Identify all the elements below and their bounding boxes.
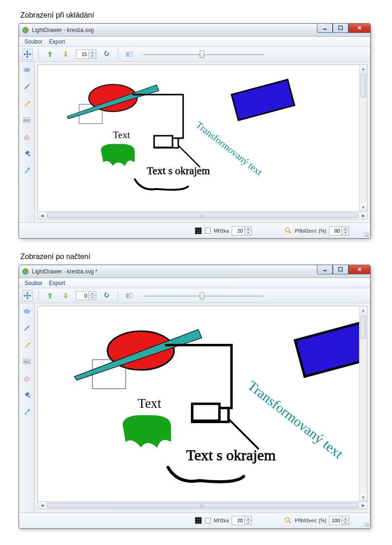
canvas[interactable]: Text Text s okrajem Transformovaný text … xyxy=(38,64,367,212)
canvas-text-border: Text s okrajem xyxy=(186,447,276,463)
zoom-spinner[interactable]: ▲▼ xyxy=(329,226,349,235)
flip-icon[interactable] xyxy=(124,49,135,60)
layer-spinner-input[interactable] xyxy=(76,292,89,300)
eraser-icon[interactable] xyxy=(21,373,32,384)
svg-rect-19 xyxy=(126,293,129,298)
toolbar: ⇧ ⇩ ▲▼ xyxy=(19,47,370,62)
grid-label: Mřížka xyxy=(214,518,229,523)
resize-grip[interactable] xyxy=(363,231,369,237)
zoom-spinner[interactable]: ▲▼ xyxy=(329,516,349,525)
svg-rect-4 xyxy=(130,52,133,57)
svg-rect-14 xyxy=(232,80,295,120)
arrow-down-icon[interactable]: ⇩ xyxy=(60,49,71,60)
titlebar[interactable]: LightDrawer - kresba.svg xyxy=(19,24,370,37)
pencil-icon[interactable] xyxy=(21,98,32,109)
close-button[interactable] xyxy=(348,23,371,33)
svg-point-0 xyxy=(23,27,28,33)
titlebar[interactable]: LightDrawer - kresba.svg * xyxy=(19,265,370,278)
grid-icon xyxy=(195,517,202,524)
magnifier-icon xyxy=(285,227,292,234)
layer-spinner[interactable]: ▲▼ xyxy=(76,50,96,59)
close-button[interactable] xyxy=(348,265,371,274)
window-title: LightDrawer - kresba.svg * xyxy=(32,268,97,275)
canvas[interactable]: Text Text s okrajem Transformovaný text … xyxy=(38,306,367,502)
window-title: LightDrawer - kresba.svg xyxy=(32,27,94,33)
svg-rect-30 xyxy=(295,318,367,376)
line-icon[interactable] xyxy=(21,323,32,334)
svg-point-16 xyxy=(23,269,28,274)
svg-point-31 xyxy=(285,518,290,522)
toolbar-slider[interactable] xyxy=(143,291,264,300)
spinner-down[interactable]: ▼ xyxy=(89,54,96,58)
text-tool-icon[interactable]: ABC xyxy=(21,356,32,367)
resize-grip[interactable] xyxy=(363,521,369,527)
svg-text:ABC: ABC xyxy=(23,119,30,122)
spinner-up[interactable]: ▲ xyxy=(89,50,96,55)
grid-icon xyxy=(195,227,202,234)
bucket-icon[interactable] xyxy=(21,389,32,400)
horizontal-scrollbar[interactable]: ◀|||▶ xyxy=(38,502,367,510)
maximize-button[interactable] xyxy=(333,265,348,274)
svg-point-5 xyxy=(24,68,30,72)
magnifier-icon xyxy=(285,517,292,524)
svg-point-15 xyxy=(285,228,290,232)
text-tool-icon[interactable]: ABC xyxy=(21,114,32,126)
svg-point-21 xyxy=(24,309,30,314)
vertical-scrollbar[interactable]: ▲▼ xyxy=(359,306,367,501)
arrow-up-icon[interactable]: ⇧ xyxy=(44,49,56,60)
grid-label: Mřížka xyxy=(214,228,229,234)
blob-icon[interactable] xyxy=(21,64,32,76)
minimize-button[interactable] xyxy=(317,265,333,274)
svg-point-24 xyxy=(28,396,30,398)
app-icon xyxy=(22,26,29,34)
bucket-icon[interactable] xyxy=(21,148,32,159)
canvas-text-plain: Text xyxy=(113,129,130,140)
spinner-up[interactable]: ▲ xyxy=(89,292,96,296)
pencil-icon[interactable] xyxy=(21,339,32,350)
layer-spinner[interactable]: ▲▼ xyxy=(76,291,96,300)
caption-saving: Zobrazení při ukládání xyxy=(20,11,383,19)
dropper-icon[interactable] xyxy=(21,406,32,417)
svg-rect-1 xyxy=(323,29,327,30)
svg-text:ABC: ABC xyxy=(23,360,30,363)
svg-rect-29 xyxy=(192,404,220,421)
grid-spinner[interactable]: ▲▼ xyxy=(232,226,252,235)
canvas-text-plain: Text xyxy=(138,396,161,411)
line-icon[interactable] xyxy=(21,81,32,92)
undo-icon[interactable] xyxy=(101,290,112,301)
menubar: Soubor Export xyxy=(19,278,370,288)
menu-export[interactable]: Export xyxy=(46,279,68,287)
dropper-icon[interactable] xyxy=(21,165,32,176)
blob-icon[interactable] xyxy=(21,306,32,317)
zoom-label: Přiblížení: [%] xyxy=(295,228,326,234)
vertical-scrollbar[interactable]: ▲▼ xyxy=(359,65,367,211)
app-icon xyxy=(22,268,29,275)
arrow-up-icon[interactable]: ⇧ xyxy=(44,290,56,301)
menu-file[interactable]: Soubor xyxy=(22,279,45,287)
undo-icon[interactable] xyxy=(101,49,112,60)
maximize-button[interactable] xyxy=(333,23,348,33)
caption-loaded: Zobrazení po načtení xyxy=(20,253,383,261)
menu-export[interactable]: Export xyxy=(46,38,68,46)
spinner-down[interactable]: ▼ xyxy=(89,296,96,300)
svg-rect-17 xyxy=(323,270,327,271)
grid-checkbox[interactable] xyxy=(205,228,211,234)
menu-file[interactable]: Soubor xyxy=(22,38,45,46)
layer-spinner-input[interactable] xyxy=(76,50,89,58)
move-icon[interactable] xyxy=(22,290,33,301)
grid-checkbox[interactable] xyxy=(205,518,211,524)
svg-rect-18 xyxy=(339,267,342,271)
tool-sidebar: ABC xyxy=(19,303,35,513)
toolbar-slider[interactable] xyxy=(143,50,264,59)
move-icon[interactable] xyxy=(22,49,33,60)
flip-icon[interactable] xyxy=(124,290,135,301)
horizontal-scrollbar[interactable]: ◀|||▶ xyxy=(38,212,367,220)
svg-rect-20 xyxy=(130,293,133,298)
arrow-down-icon[interactable]: ⇩ xyxy=(60,290,71,301)
svg-rect-13 xyxy=(154,136,173,147)
tool-sidebar: ABC xyxy=(19,62,35,222)
statusbar: Mřížka ▲▼ Přiblížení: [%] ▲▼ xyxy=(19,513,370,528)
eraser-icon[interactable] xyxy=(21,131,32,142)
minimize-button[interactable] xyxy=(317,23,333,33)
grid-spinner[interactable]: ▲▼ xyxy=(232,516,252,525)
